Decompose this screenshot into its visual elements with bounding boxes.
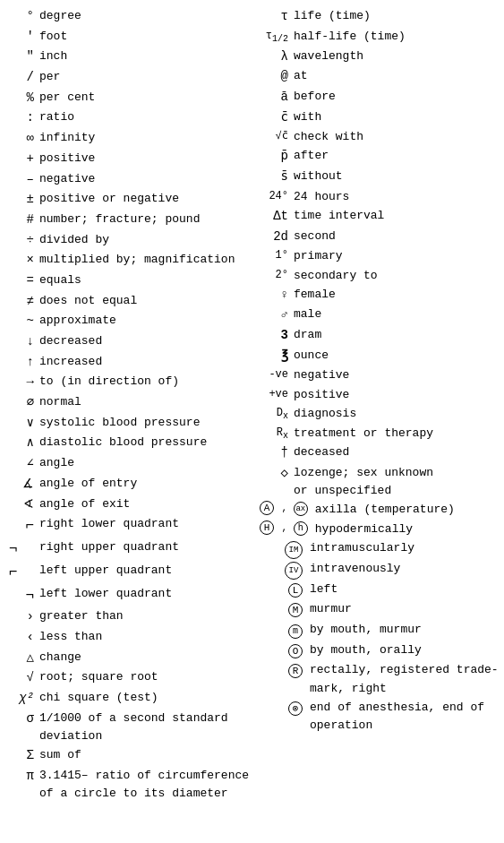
- symbol-angle-exit: ∢: [9, 495, 34, 515]
- list-item: L left: [260, 581, 504, 600]
- def-pi: 3.1415– ratio of circumference of a circ…: [39, 767, 260, 803]
- symbol-right-upper-quad: ⌐: [9, 538, 34, 561]
- symbol-minus: –: [9, 170, 34, 190]
- symbol-hash: #: [9, 211, 34, 230]
- list-item: = equals: [9, 271, 260, 291]
- symbol-sigma-lower: σ: [9, 710, 34, 729]
- list-item: ‹ less than: [9, 628, 260, 648]
- symbol-rx: Rx: [260, 425, 288, 443]
- list-item: ∡ angle of entry: [9, 475, 260, 495]
- list-item: ∢ angle of exit: [9, 495, 260, 515]
- symbol-inch: ″: [9, 47, 34, 67]
- symbol-circA-circax: A , ax: [260, 501, 310, 516]
- list-item: @ at: [260, 67, 504, 87]
- list-item: ≠ does not equal: [9, 292, 260, 312]
- def-right-lower: right lower quadrant: [39, 515, 260, 533]
- def-left-lower: left lower quadrant: [39, 585, 260, 603]
- symbol-sqrt: √: [9, 668, 34, 688]
- circle-IV-icon: IV: [285, 562, 303, 580]
- symbol-right-lower-quad: ⌐: [9, 515, 34, 538]
- list-item: A , ax axilla (temperature): [260, 501, 504, 519]
- symbol-equals: =: [9, 271, 34, 291]
- list-item: π 3.1415– ratio of circumference of a ci…: [9, 767, 260, 803]
- symbol-circIV: IV: [260, 560, 304, 580]
- def-percent: per cent: [39, 89, 260, 107]
- def-intraven: intravenously: [310, 560, 504, 578]
- symbol-circX: ⊗: [260, 699, 304, 718]
- list-item: ∅ normal: [9, 393, 260, 413]
- list-item: √ root; square root: [9, 668, 260, 688]
- list-item: O by mouth, orally: [260, 641, 504, 661]
- circle-O-icon: O: [288, 644, 303, 658]
- symbol-circR: R: [260, 661, 304, 681]
- def-positive: positive: [39, 150, 260, 168]
- def-per: per: [39, 68, 260, 86]
- symbol-left-upper-quad: ¬: [9, 562, 34, 584]
- def-posneg: positive or negative: [39, 190, 260, 208]
- list-item: → to (in direction of): [9, 373, 260, 392]
- def-angle-entry: angle of entry: [39, 475, 260, 493]
- symbol-delta-t: Δt: [260, 207, 288, 227]
- def-without: without: [294, 168, 504, 185]
- symbol-degree: °: [9, 7, 34, 27]
- def-ounce: ounce: [294, 347, 504, 365]
- def-angle: angle: [39, 454, 260, 472]
- def-direction: to (in direction of): [39, 373, 260, 391]
- def-checkwith: check with: [294, 128, 504, 146]
- circle-h-icon: h: [294, 521, 308, 536]
- def-axilla: axilla (temperature): [315, 501, 504, 519]
- left-column: ° degree ′ foot ″ inch / per % per cent …: [9, 7, 260, 804]
- symbol-times: ×: [9, 251, 34, 271]
- list-item: 2° secondary to: [260, 267, 504, 285]
- symbol-24deg: 24°: [260, 188, 288, 205]
- circle-X-icon: ⊗: [288, 701, 303, 716]
- def-sumof: sum of: [39, 746, 260, 764]
- circle-IM-icon: IM: [285, 541, 303, 559]
- list-item: △ change: [9, 649, 260, 668]
- def-at: at: [294, 67, 504, 85]
- def-angle-exit: angle of exit: [39, 495, 260, 513]
- symbol-angle: ∠: [9, 454, 34, 474]
- def-chi-sq: chi square (test): [39, 689, 260, 707]
- list-item: ℥ ounce: [260, 347, 504, 366]
- def-multiplied: multiplied by; magnification: [39, 251, 260, 269]
- circle-A-icon: A: [260, 501, 274, 515]
- list-item: 2d second: [260, 228, 504, 247]
- symbol-circO: O: [260, 641, 304, 661]
- def-normal: normal: [39, 393, 260, 411]
- symbol-right-arrow: →: [9, 373, 34, 392]
- list-item: √c̄ check with: [260, 128, 504, 146]
- circle-M-icon: M: [288, 603, 303, 617]
- list-item: τ life (time): [260, 7, 504, 27]
- def-approximate: approximate: [39, 312, 260, 330]
- list-item: p̄ after: [260, 147, 504, 167]
- symbol-cbar: c̄: [260, 108, 288, 128]
- circle-m-icon: m: [288, 624, 303, 639]
- def-sigma: 1/1000 of a second standard deviation: [39, 710, 260, 745]
- list-item: ¬ left lower quadrant: [9, 585, 260, 607]
- def-after: after: [294, 147, 504, 165]
- list-item: M murmur: [260, 600, 504, 620]
- def-second: second: [294, 228, 504, 245]
- def-dram: dram: [294, 326, 504, 344]
- list-item: + positive: [9, 150, 260, 169]
- def-increased: increased: [39, 353, 260, 371]
- symbol-dram: 3: [260, 326, 288, 346]
- list-item: ◇ lozenge; sex unknown or unspecified: [260, 464, 504, 500]
- symbol-up-arrow: ↑: [9, 353, 34, 373]
- list-item: ⌐ right lower quadrant: [9, 515, 260, 538]
- list-item: ÷ divided by: [9, 231, 260, 251]
- def-deceased: deceased: [294, 443, 504, 461]
- symbol-pos-ve: +ve: [260, 386, 288, 403]
- list-item: ∨ systolic blood pressure: [9, 414, 260, 434]
- def-left-upper: left upper quadrant: [39, 562, 260, 580]
- symbol-tau: τ: [260, 7, 288, 27]
- list-item: ↑ increased: [9, 353, 260, 373]
- list-item: ā before: [260, 88, 504, 108]
- list-item: Σ sum of: [9, 746, 260, 766]
- symbol-lambda: λ: [260, 47, 288, 67]
- symbol-dx: Dx: [260, 405, 288, 424]
- def-primary: primary: [294, 247, 504, 265]
- symbol-infinity: ∞: [9, 129, 34, 149]
- symbol-delta: △: [9, 649, 34, 668]
